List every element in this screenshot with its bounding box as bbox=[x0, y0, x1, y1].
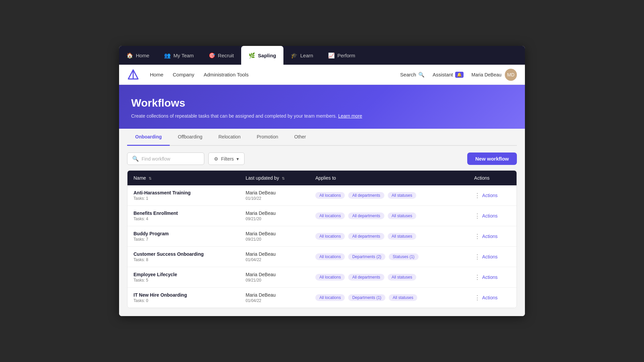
cell-updated-by: Maria DeBeau01/04/22 bbox=[239, 247, 309, 267]
applies-tag[interactable]: All departments bbox=[348, 233, 384, 240]
workflow-name[interactable]: Buddy Program bbox=[133, 231, 233, 236]
actions-label[interactable]: Actions bbox=[482, 254, 498, 259]
sec-nav-right: Search 🔍 Assistant 🔔 Maria DeBeau MD bbox=[400, 69, 517, 81]
three-dots-icon: ⋮ bbox=[474, 294, 480, 301]
tab-offboarding[interactable]: Offboarding bbox=[170, 129, 210, 146]
actions-label[interactable]: Actions bbox=[482, 213, 498, 219]
three-dots-icon: ⋮ bbox=[474, 253, 480, 260]
workflow-updater: Maria DeBeau bbox=[246, 231, 303, 236]
workflow-updater: Maria DeBeau bbox=[246, 272, 303, 277]
applies-tag[interactable]: Departments (2) bbox=[348, 253, 385, 260]
table-row: Customer Success OnboardingTasks: 8Maria… bbox=[127, 247, 517, 267]
search-input[interactable] bbox=[142, 156, 199, 162]
tabs: Onboarding Offboarding Relocation Promot… bbox=[127, 129, 517, 146]
top-nav-recruit[interactable]: 🎯 Recruit bbox=[201, 46, 241, 65]
table-body: Anti-Harassment TrainingTasks: 1Maria De… bbox=[127, 185, 517, 308]
page-title: Workflows bbox=[131, 97, 513, 109]
search-button[interactable]: Search 🔍 bbox=[400, 72, 425, 78]
actions-label[interactable]: Actions bbox=[482, 295, 498, 300]
applies-tag[interactable]: All statuses bbox=[388, 233, 416, 240]
applies-tag[interactable]: All locations bbox=[315, 213, 345, 219]
applies-tag[interactable]: All locations bbox=[315, 274, 345, 281]
col-name-header[interactable]: Name ⇅ bbox=[127, 171, 239, 185]
workflow-tasks: Tasks: 8 bbox=[133, 257, 233, 262]
col-actions-header: Actions bbox=[468, 171, 517, 185]
cell-actions: ⋮ Actions bbox=[468, 247, 517, 267]
workflow-date: 01/04/22 bbox=[246, 257, 303, 262]
cell-applies-to: All locationsDepartments (1)All statuses bbox=[309, 288, 468, 308]
tab-onboarding[interactable]: Onboarding bbox=[127, 129, 170, 146]
applies-tag[interactable]: Departments (1) bbox=[348, 294, 385, 301]
table-row: Anti-Harassment TrainingTasks: 1Maria De… bbox=[127, 185, 517, 206]
applies-tag[interactable]: All locations bbox=[315, 192, 345, 199]
workflow-name[interactable]: IT New Hire Onboarding bbox=[133, 292, 233, 298]
hero-banner: Workflows Create collections of repeatab… bbox=[119, 85, 525, 129]
applies-tag[interactable]: All statuses bbox=[388, 213, 416, 219]
applies-tag[interactable]: All locations bbox=[315, 233, 345, 240]
cell-applies-to: All locationsAll departmentsAll statuses bbox=[309, 267, 468, 288]
avatar: MD bbox=[505, 69, 517, 81]
toolbar: 🔍 ⚙ Filters ▾ New workflow bbox=[127, 153, 517, 165]
actions-label[interactable]: Actions bbox=[482, 234, 498, 239]
col-updatedby-header[interactable]: Last updated by ⇅ bbox=[239, 171, 309, 185]
cell-actions: ⋮ Actions bbox=[468, 288, 517, 308]
learn-more-link[interactable]: Learn more bbox=[338, 113, 362, 119]
cell-updated-by: Maria DeBeau09/21/20 bbox=[239, 206, 309, 226]
cell-applies-to: All locationsAll departmentsAll statuses bbox=[309, 206, 468, 226]
assistant-button[interactable]: Assistant 🔔 bbox=[433, 72, 464, 78]
three-dots-icon: ⋮ bbox=[474, 212, 480, 220]
actions-button[interactable]: ⋮ Actions bbox=[474, 294, 511, 301]
actions-button[interactable]: ⋮ Actions bbox=[474, 253, 511, 260]
top-nav-home[interactable]: 🏠 Home bbox=[119, 46, 157, 65]
tab-promotion[interactable]: Promotion bbox=[249, 129, 286, 146]
applies-tag[interactable]: All statuses bbox=[389, 294, 417, 301]
top-nav-sapling[interactable]: 🌿 Sapling bbox=[241, 46, 283, 65]
cell-updated-by: Maria DeBeau01/04/22 bbox=[239, 288, 309, 308]
applies-tag[interactable]: All departments bbox=[348, 213, 384, 219]
chevron-down-icon: ▾ bbox=[236, 156, 239, 162]
perform-icon: 📈 bbox=[328, 52, 335, 59]
workflow-name[interactable]: Benefits Enrollment bbox=[133, 210, 233, 216]
applies-tag[interactable]: All departments bbox=[348, 274, 384, 281]
tab-other[interactable]: Other bbox=[286, 129, 314, 146]
table-row: Benefits EnrollmentTasks: 4Maria DeBeau0… bbox=[127, 206, 517, 226]
applies-tag[interactable]: All departments bbox=[348, 192, 384, 199]
filters-button[interactable]: ⚙ Filters ▾ bbox=[208, 153, 245, 165]
hero-subtitle: Create collections of repeatable tasks t… bbox=[131, 113, 513, 119]
applies-tag[interactable]: All locations bbox=[315, 294, 345, 301]
workflow-date: 01/04/22 bbox=[246, 298, 303, 303]
sec-nav-company[interactable]: Company bbox=[173, 70, 194, 79]
new-workflow-button[interactable]: New workflow bbox=[467, 153, 517, 165]
top-nav-myteam[interactable]: 👥 My Team bbox=[157, 46, 201, 65]
tab-relocation[interactable]: Relocation bbox=[210, 129, 249, 146]
applies-tag[interactable]: All locations bbox=[315, 253, 345, 260]
table-row: Employee LifecycleTasks: 5Maria DeBeau09… bbox=[127, 267, 517, 288]
actions-label[interactable]: Actions bbox=[482, 193, 498, 198]
workflow-name[interactable]: Employee Lifecycle bbox=[133, 272, 233, 277]
applies-tag[interactable]: All statuses bbox=[388, 274, 416, 281]
actions-label[interactable]: Actions bbox=[482, 275, 498, 280]
actions-button[interactable]: ⋮ Actions bbox=[474, 274, 511, 281]
three-dots-icon: ⋮ bbox=[474, 233, 480, 240]
cell-actions: ⋮ Actions bbox=[468, 206, 517, 226]
workflow-updater: Maria DeBeau bbox=[246, 210, 303, 216]
actions-button[interactable]: ⋮ Actions bbox=[474, 233, 511, 240]
user-info[interactable]: Maria DeBeau MD bbox=[472, 69, 517, 81]
top-nav-learn[interactable]: 🎓 Learn bbox=[283, 46, 320, 65]
applies-tag[interactable]: Statuses (1) bbox=[389, 253, 419, 260]
logo[interactable] bbox=[127, 69, 139, 81]
top-nav-perform[interactable]: 📈 Perform bbox=[321, 46, 363, 65]
workflow-name[interactable]: Anti-Harassment Training bbox=[133, 190, 233, 195]
cell-updated-by: Maria DeBeau09/21/20 bbox=[239, 267, 309, 288]
sec-nav-admin[interactable]: Administration Tools bbox=[204, 70, 249, 79]
secondary-nav: Home Company Administration Tools Search… bbox=[119, 65, 525, 85]
applies-tag[interactable]: All statuses bbox=[388, 192, 416, 199]
cell-actions: ⋮ Actions bbox=[468, 267, 517, 288]
actions-button[interactable]: ⋮ Actions bbox=[474, 212, 511, 220]
workflow-name[interactable]: Customer Success Onboarding bbox=[133, 251, 233, 257]
cell-name: Anti-Harassment TrainingTasks: 1 bbox=[127, 185, 239, 206]
actions-button[interactable]: ⋮ Actions bbox=[474, 192, 511, 199]
three-dots-icon: ⋮ bbox=[474, 192, 480, 199]
sec-nav-home[interactable]: Home bbox=[150, 70, 163, 79]
cell-name: Buddy ProgramTasks: 7 bbox=[127, 226, 239, 247]
